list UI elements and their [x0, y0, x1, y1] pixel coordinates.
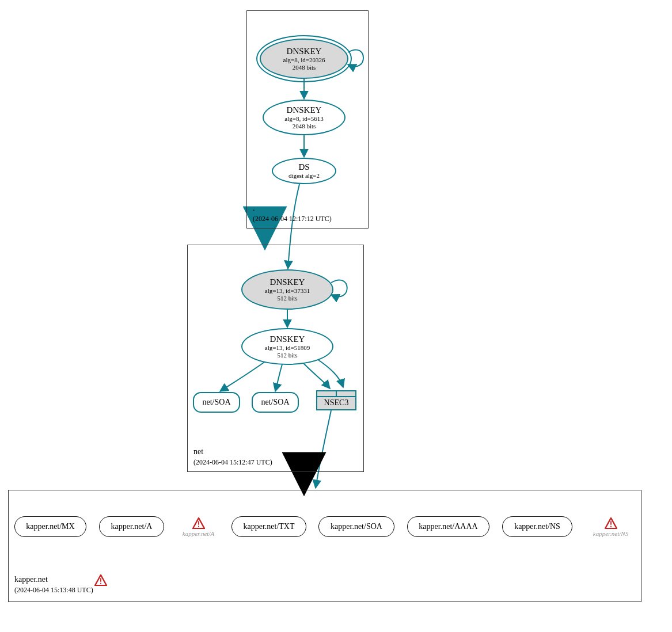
- warning-kapper-a-caption: kapper.net/A: [183, 530, 214, 537]
- root-ds-title: DS: [298, 162, 309, 172]
- svg-rect-0: [198, 521, 199, 524]
- node-root-ksk: DNSKEY alg=8, id=20326 2048 bits: [260, 39, 348, 79]
- root-zsk-sub1: alg=8, id=5613: [284, 115, 323, 123]
- zone-kapper-timestamp: (2024-06-04 15:13:48 UTC): [14, 585, 93, 595]
- net-ksk-sub2: 512 bits: [277, 295, 297, 302]
- kapper-txt-title: kapper.net/TXT: [243, 522, 294, 531]
- node-kapper-aaaa: kapper.net/AAAA: [407, 516, 489, 537]
- node-kapper-a: kapper.net/A: [99, 516, 164, 537]
- nsec3-title: NSEC3: [317, 397, 355, 409]
- root-ksk-sub2: 2048 bits: [293, 64, 316, 71]
- zone-net-label: net (2024-06-04 15:12:47 UTC): [193, 447, 272, 467]
- root-zsk-sub2: 2048 bits: [293, 123, 316, 130]
- node-kapper-mx: kapper.net/MX: [14, 516, 86, 537]
- zone-kapper-name: kapper.net: [14, 574, 93, 585]
- kapper-a-title: kapper.net/A: [111, 522, 153, 531]
- net-zsk-title: DNSKEY: [270, 334, 305, 344]
- root-ksk-title: DNSKEY: [287, 47, 322, 56]
- node-kapper-soa: kapper.net/SOA: [318, 516, 394, 537]
- warning-icon: [605, 517, 617, 529]
- node-net-soa-1: net/SOA: [193, 392, 240, 413]
- root-ds-sub1: digest alg=2: [288, 172, 320, 180]
- net-zsk-sub1: alg=13, id=51809: [265, 344, 310, 352]
- kapper-mx-title: kapper.net/MX: [26, 522, 74, 531]
- net-ksk-title: DNSKEY: [270, 277, 305, 287]
- net-zsk-sub2: 512 bits: [277, 352, 297, 359]
- svg-rect-4: [100, 578, 101, 581]
- node-kapper-txt: kapper.net/TXT: [231, 516, 306, 537]
- net-soa2-title: net/SOA: [261, 398, 290, 407]
- node-nsec3: NSEC3: [316, 390, 356, 410]
- net-ksk-sub1: alg=13, id=37331: [265, 287, 310, 295]
- zone-net-timestamp: (2024-06-04 15:12:47 UTC): [193, 458, 272, 467]
- warning-icon: [94, 574, 107, 586]
- node-root-ds: DS digest alg=2: [272, 158, 336, 184]
- warning-kapper-ns: kapper.net/NS: [586, 517, 635, 538]
- svg-rect-1: [198, 526, 199, 527]
- zone-root-timestamp: (2024-06-04 12:17:12 UTC): [253, 214, 332, 223]
- zone-root-name: .: [253, 203, 332, 214]
- zone-kapper-label: kapper.net (2024-06-04 15:13:48 UTC): [14, 574, 93, 595]
- svg-rect-5: [100, 583, 101, 584]
- node-kapper-ns: kapper.net/NS: [502, 516, 572, 537]
- dnssec-diagram: . (2024-06-04 12:17:12 UTC) DNSKEY alg=8…: [0, 0, 672, 632]
- svg-rect-3: [610, 526, 612, 527]
- node-net-ksk: DNSKEY alg=13, id=37331 512 bits: [241, 269, 333, 310]
- kapper-ns-title: kapper.net/NS: [514, 522, 560, 531]
- kapper-aaaa-title: kapper.net/AAAA: [419, 522, 477, 531]
- node-net-zsk: DNSKEY alg=13, id=51809 512 bits: [241, 328, 333, 365]
- net-soa1-title: net/SOA: [203, 398, 231, 407]
- zone-root-label: . (2024-06-04 12:17:12 UTC): [253, 203, 332, 223]
- kapper-soa-title: kapper.net/SOA: [331, 522, 382, 531]
- svg-rect-2: [610, 521, 612, 524]
- warning-kapper-a: kapper.net/A: [177, 517, 220, 538]
- node-net-soa-2: net/SOA: [252, 392, 299, 413]
- zone-net-name: net: [193, 447, 272, 458]
- warning-icon: [192, 517, 205, 529]
- node-root-zsk: DNSKEY alg=8, id=5613 2048 bits: [263, 100, 346, 135]
- warning-zone-kapper: [94, 574, 108, 586]
- root-ksk-sub1: alg=8, id=20326: [283, 56, 325, 64]
- root-zsk-title: DNSKEY: [287, 105, 322, 115]
- warning-kapper-ns-caption: kapper.net/NS: [593, 530, 628, 537]
